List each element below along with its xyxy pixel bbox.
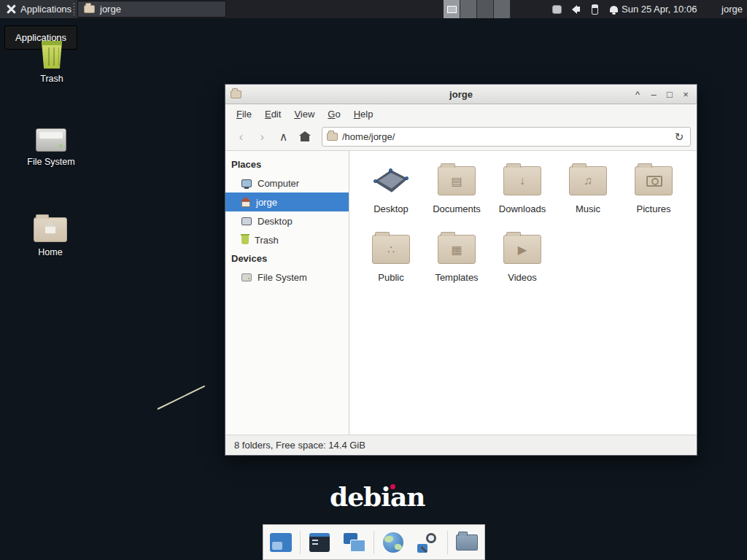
document-emblem-icon: ▤ xyxy=(438,167,475,195)
folder-icon: ▶ xyxy=(503,235,541,264)
dock-separator xyxy=(447,531,448,554)
toolbar: ‹ › ∧ ↻ xyxy=(225,123,697,151)
home-icon xyxy=(301,136,309,141)
file-item-pictures[interactable]: Pictures xyxy=(621,163,686,227)
statusbar: 8 folders, Free space: 14.4 GiB xyxy=(225,435,697,455)
sidebar-item-jorge[interactable]: jorge xyxy=(225,192,349,211)
top-panel: Applications jorge Sun 25 Apr, 10:06 jor… xyxy=(0,0,747,18)
bottom-dock xyxy=(263,524,485,560)
debian-logo-text: debian xyxy=(330,481,425,512)
applications-menu-button[interactable]: Applications xyxy=(0,0,78,18)
windows-icon[interactable] xyxy=(338,527,371,558)
home-button[interactable] xyxy=(295,127,314,147)
workspace-2[interactable] xyxy=(460,0,477,18)
applications-menu-label: Applications xyxy=(20,4,71,15)
file-item-downloads[interactable]: ↓ Downloads xyxy=(489,163,555,227)
workspace-pager xyxy=(444,0,511,18)
desktop-surface-icon xyxy=(374,168,409,194)
titlebar[interactable]: jorge ^ – □ × xyxy=(225,85,697,104)
maximize-button[interactable]: □ xyxy=(662,85,678,104)
session-user-label[interactable]: jorge xyxy=(721,0,743,18)
drive-icon xyxy=(241,273,252,281)
home-folder-icon xyxy=(34,217,67,242)
menubar: File Edit View Go Help xyxy=(225,104,697,123)
wallpaper-swirl-line xyxy=(158,386,206,410)
path-bar: ↻ xyxy=(322,127,691,147)
minimize-button[interactable]: – xyxy=(646,85,662,104)
files-pane: Desktop ▤ Documents ↓ Downloads ♫ Music … xyxy=(349,151,697,435)
desktop-icon-trash[interactable]: Trash xyxy=(20,41,83,84)
file-name: Pictures xyxy=(637,203,671,214)
sidebar-item-computer[interactable]: Computer xyxy=(225,174,349,192)
desktop-icon-label: File System xyxy=(27,157,74,167)
web-browser-icon[interactable] xyxy=(377,527,409,558)
path-folder-icon xyxy=(327,133,338,141)
file-item-documents[interactable]: ▤ Documents xyxy=(424,163,489,227)
house-emblem-icon xyxy=(45,227,55,233)
panel-clock[interactable]: Sun 25 Apr, 10:06 xyxy=(622,0,697,18)
home-icon xyxy=(241,201,250,207)
dock-separator xyxy=(300,531,301,554)
file-name: Public xyxy=(378,272,403,283)
folder-icon: ∴ xyxy=(372,235,410,264)
menu-go[interactable]: Go xyxy=(321,106,347,122)
folder-icon: ▦ xyxy=(438,235,476,264)
back-button[interactable]: ‹ xyxy=(231,127,251,147)
forward-button[interactable]: › xyxy=(252,127,272,147)
desktop-icon-label: Trash xyxy=(40,74,63,84)
folder-icon xyxy=(84,5,95,13)
file-name: Desktop xyxy=(374,203,409,214)
trash-icon xyxy=(40,41,63,69)
template-emblem-icon: ▦ xyxy=(438,236,475,263)
dock-separator xyxy=(374,531,374,554)
menu-view[interactable]: View xyxy=(287,106,321,122)
up-button[interactable]: ∧ xyxy=(274,127,293,147)
share-emblem-icon: ∴ xyxy=(373,236,409,263)
terminal-icon[interactable] xyxy=(303,527,336,558)
camera-emblem-icon xyxy=(646,176,662,187)
file-item-videos[interactable]: ▶ Videos xyxy=(489,231,555,295)
desktop-icon-file-system[interactable]: File System xyxy=(20,128,82,167)
folder-icon: ▤ xyxy=(438,166,476,195)
desktop-icon-label: Home xyxy=(38,247,62,257)
applications-menu-icon xyxy=(7,4,16,14)
folder-icon: ↓ xyxy=(503,166,541,195)
debian-logo: debian xyxy=(330,481,425,512)
shade-button[interactable]: ^ xyxy=(630,85,646,104)
desktop-icon-home[interactable]: Home xyxy=(19,217,82,257)
sidebar-item-file-system[interactable]: File System xyxy=(225,268,349,287)
file-item-desktop[interactable]: Desktop xyxy=(358,163,424,227)
close-button[interactable]: × xyxy=(678,85,694,104)
menu-edit[interactable]: Edit xyxy=(258,106,287,122)
menu-file[interactable]: File xyxy=(230,106,258,122)
reload-button[interactable]: ↻ xyxy=(671,129,687,145)
show-desktop-icon[interactable] xyxy=(265,527,297,558)
workspace-3[interactable] xyxy=(477,0,494,18)
sidebar-item-desktop[interactable]: Desktop xyxy=(225,211,349,230)
workspace-4[interactable] xyxy=(494,0,511,18)
desktop-screen: debian Applications jorge Sun 25 Apr, 10… xyxy=(0,0,747,560)
sidebar-item-label: File System xyxy=(258,272,307,283)
file-manager-icon[interactable] xyxy=(451,527,483,558)
sidebar-item-label: jorge xyxy=(256,197,277,208)
volume-icon[interactable] xyxy=(566,0,585,18)
network-icon[interactable] xyxy=(585,0,604,18)
file-item-music[interactable]: ♫ Music xyxy=(555,163,621,227)
file-manager-window: jorge ^ – □ × File Edit View Go Help ‹ ›… xyxy=(225,84,697,456)
window-title: jorge xyxy=(225,89,697,100)
path-input[interactable] xyxy=(342,131,667,142)
notifications-icon[interactable] xyxy=(604,0,623,18)
taskbar-window-label: jorge xyxy=(100,4,121,15)
file-item-public[interactable]: ∴ Public xyxy=(358,231,424,295)
status-text: 8 folders, Free space: 14.4 GiB xyxy=(234,440,365,451)
workspace-1[interactable] xyxy=(444,0,460,18)
sidebar-item-label: Computer xyxy=(258,178,299,189)
taskbar-window-button[interactable]: jorge xyxy=(77,1,226,18)
clipboard-icon[interactable] xyxy=(547,0,566,18)
panel-separator xyxy=(73,3,75,15)
music-note-emblem-icon: ♫ xyxy=(570,167,606,195)
sidebar-item-trash[interactable]: Trash xyxy=(225,230,349,249)
file-item-templates[interactable]: ▦ Templates xyxy=(424,231,489,295)
search-icon[interactable] xyxy=(412,527,444,558)
menu-help[interactable]: Help xyxy=(347,106,380,122)
